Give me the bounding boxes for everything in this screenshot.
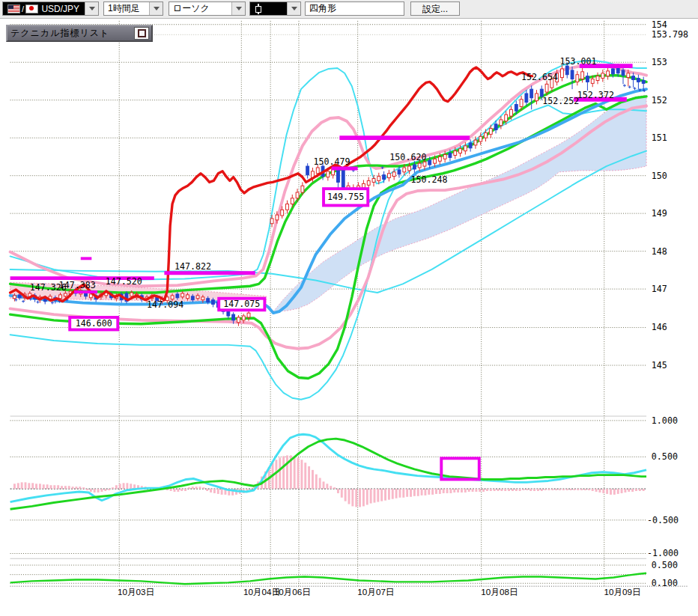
macd-histogram-bar — [286, 455, 288, 489]
candle-body — [632, 76, 635, 80]
chevron-down-icon[interactable] — [85, 2, 98, 15]
settings-button[interactable]: 設定... — [410, 1, 460, 16]
macd-histogram-bar — [202, 487, 204, 489]
macd-histogram-bar — [308, 466, 310, 489]
timeframe-select[interactable]: 1時間足 — [103, 1, 163, 16]
indicator-list-panel[interactable]: テクニカル指標リスト — [6, 25, 153, 42]
macd-histogram-bar — [333, 487, 336, 489]
chart-type-select[interactable]: ローソク — [169, 1, 246, 16]
candle-body — [611, 69, 614, 74]
candle-body — [383, 175, 386, 180]
trading-app-window: { "toolbar": { "symbol": "USD/JPY", "tim… — [0, 0, 698, 616]
macd-histogram-bar — [362, 489, 365, 506]
candle-body — [622, 70, 625, 76]
macd-histogram-bar — [312, 470, 314, 489]
candle-body — [212, 300, 215, 305]
macd-histogram-bar — [515, 489, 518, 491]
candle-body — [59, 295, 62, 299]
price-chart[interactable]: 146.600147.075149.755147.326147.383147.5… — [0, 18, 698, 616]
macd-histogram-bar — [570, 489, 572, 490]
macd-histogram-bar — [300, 460, 303, 489]
macd-histogram-bar — [35, 484, 37, 489]
y-axis-label: 149 — [652, 208, 667, 219]
macd-histogram-bar — [574, 489, 576, 490]
candle-body — [525, 94, 528, 103]
drawing-tool-input[interactable] — [305, 1, 404, 16]
macd-histogram-bar — [184, 489, 186, 491]
candle-body — [642, 80, 645, 83]
price-annotation: 149.755 — [327, 192, 364, 202]
macd-line — [10, 434, 646, 501]
macd-histogram-bar — [43, 484, 45, 489]
macd-histogram-bar — [348, 489, 350, 504]
macd-histogram-bar — [417, 489, 419, 496]
japan-flag-icon — [25, 4, 38, 13]
macd-histogram-bar — [580, 489, 583, 490]
y-axis-label: -0.500 — [647, 515, 679, 525]
restore-icon — [138, 29, 146, 37]
macd-histogram-bar — [431, 489, 434, 495]
macd-histogram-bar — [97, 489, 100, 493]
toolbar: / USD/JPY 1時間足 ローソク 設定... — [0, 0, 698, 19]
macd-histogram-bar — [449, 489, 452, 493]
macd-histogram-bar — [366, 489, 368, 504]
macd-histogram-bar — [104, 489, 106, 491]
macd-histogram-bar — [130, 484, 132, 489]
macd-histogram-bar — [61, 486, 63, 489]
candle-body — [561, 69, 564, 78]
candle-body — [489, 129, 492, 135]
macd-histogram-bar — [602, 489, 604, 493]
macd-histogram-bar — [221, 489, 223, 495]
macd-histogram-bar — [94, 489, 96, 493]
y-axis-label: 145 — [652, 360, 667, 370]
macd-histogram-bar — [17, 483, 19, 489]
macd-histogram-bar — [75, 487, 77, 489]
price-annotation: 152.252 — [542, 96, 579, 106]
macd-histogram-bar — [108, 489, 110, 490]
candle-style-select[interactable] — [249, 1, 301, 16]
macd-histogram-bar — [523, 489, 525, 490]
y-axis-label: 146 — [652, 322, 667, 332]
macd-histogram-bar — [388, 489, 390, 500]
candle-body — [443, 155, 446, 159]
macd-histogram-bar — [319, 478, 321, 490]
y-axis-label: 0.100 — [652, 578, 678, 588]
chevron-down-icon[interactable] — [231, 2, 245, 15]
y-axis-label: 0.500 — [652, 560, 678, 570]
candle-body — [479, 136, 482, 141]
candle-body — [596, 76, 599, 81]
candle-body — [510, 109, 513, 116]
candle-body — [408, 166, 411, 171]
macd-histogram-bar — [297, 457, 300, 489]
candle-body — [207, 299, 210, 302]
macd-histogram-bar — [544, 489, 547, 490]
macd-histogram-bar — [628, 489, 630, 492]
macd-histogram-bar — [529, 489, 532, 491]
macd-histogram-bar — [282, 456, 285, 489]
macd-histogram-bar — [79, 487, 81, 489]
y-axis-label: 1.000 — [652, 415, 678, 426]
macd-histogram-bar — [421, 489, 423, 495]
symbol-select[interactable]: / USD/JPY — [2, 1, 99, 16]
macd-histogram-bar — [464, 489, 467, 493]
candle-body — [494, 124, 497, 130]
macd-histogram-bar — [439, 489, 441, 494]
candle-body — [196, 296, 199, 299]
candle-body — [18, 295, 21, 298]
macd-histogram-bar — [548, 489, 550, 490]
indicator-list-title: テクニカル指標リスト — [7, 27, 134, 40]
macd-histogram-bar — [53, 485, 55, 489]
chevron-down-icon[interactable] — [287, 2, 300, 15]
candle-body — [286, 204, 289, 210]
macd-histogram-bar — [457, 489, 459, 493]
macd-histogram-bar — [588, 489, 590, 490]
macd-histogram-bar — [315, 475, 318, 489]
macd-histogram-bar — [323, 481, 325, 489]
chevron-down-icon[interactable] — [149, 2, 163, 15]
y-axis-label: 151 — [652, 132, 667, 143]
macd-histogram-bar — [72, 487, 74, 489]
candle-body — [247, 313, 250, 317]
macd-histogram-bar — [486, 489, 488, 491]
macd-histogram-bar — [494, 489, 496, 491]
restore-window-button[interactable] — [134, 27, 149, 40]
